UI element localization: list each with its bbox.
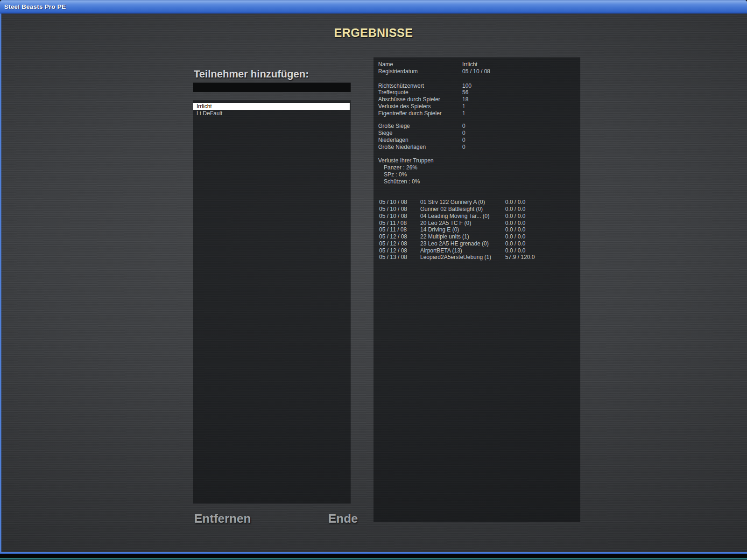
mission-date: 05 / 13 / 08 — [379, 254, 407, 261]
mission-name: Gunner 02 Battlesight (0) — [420, 206, 483, 213]
stat-row: Eigentreffer durch Spieler 1 — [378, 110, 580, 117]
bottom-strip — [0, 554, 747, 560]
mission-row: 05 / 13 / 08 Leopard2A5ersteUebung (1) 5… — [378, 254, 580, 261]
stat-label: Name — [378, 61, 393, 68]
stat-row: Registrierdatum 05 / 10 / 08 — [378, 68, 580, 75]
mission-score: 0.0 / 0.0 — [505, 220, 525, 227]
stat-value: 0 — [462, 144, 465, 151]
stat-row: Große Siege 0 — [378, 123, 580, 130]
missions-table: 05 / 10 / 08 01 Strv 122 Gunnery A (0) 0… — [378, 199, 580, 261]
divider-line — [378, 193, 521, 193]
mission-name: 22 Multiple units (1) — [420, 233, 469, 240]
participant-name-input[interactable] — [193, 83, 351, 92]
mission-row: 05 / 10 / 08 01 Strv 122 Gunnery A (0) 0… — [378, 199, 580, 206]
window-titlebar[interactable]: Steel Beasts Pro PE — [0, 0, 747, 14]
mission-name: Leopard2A5ersteUebung (1) — [420, 254, 491, 261]
mission-name: 20 Leo 2A5 TC F (0) — [420, 220, 471, 227]
mission-row: 05 / 12 / 08 AirportBETA (13) 0.0 / 0.0 — [378, 247, 580, 254]
stat-row: Trefferquote 56 — [378, 89, 580, 96]
stat-value: 0 — [462, 137, 465, 144]
end-button[interactable]: Ende — [328, 511, 358, 526]
record-block: Große Siege 0 Siege 0 Niederlagen 0 Groß… — [378, 123, 580, 150]
stat-value: 100 — [462, 83, 472, 90]
troop-losses-heading: Verluste Ihrer Truppen — [378, 157, 580, 164]
stat-label: Trefferquote — [378, 89, 409, 96]
stat-label: Große Siege — [378, 123, 410, 129]
stat-row: Abschüsse durch Spieler 18 — [378, 96, 580, 103]
mission-date: 05 / 12 / 08 — [379, 247, 407, 254]
stat-label: Registrierdatum — [378, 68, 418, 75]
window-border-left — [0, 14, 1, 552]
identity-block: Name Irrlicht Registrierdatum 05 / 10 / … — [378, 61, 580, 75]
mission-row: 05 / 12 / 08 23 Leo 2A5 HE grenade (0) 0… — [378, 240, 580, 247]
stat-row: Richtschützenwert 100 — [378, 83, 580, 90]
remove-button[interactable]: Entfernen — [194, 511, 251, 526]
mission-score: 57.9 / 120.0 — [505, 254, 535, 261]
stat-row: Name Irrlicht — [378, 61, 580, 68]
window-title-text: Steel Beasts Pro PE — [4, 3, 66, 10]
mission-score: 0.0 / 0.0 — [505, 247, 525, 254]
stat-row: Siege 0 — [378, 130, 580, 137]
loss-item: SPz : 0% — [378, 171, 580, 178]
loss-item: Panzer : 26% — [378, 164, 580, 171]
participant-listbox[interactable]: IrrlichtLt DeFault — [193, 100, 351, 504]
mission-date: 05 / 11 / 08 — [379, 226, 407, 233]
mission-score: 0.0 / 0.0 — [505, 233, 525, 240]
stat-row: Große Niederlagen 0 — [378, 144, 580, 151]
mission-row: 05 / 10 / 08 04 Leading Moving Tar... (0… — [378, 213, 580, 220]
mission-score: 0.0 / 0.0 — [505, 206, 525, 213]
mission-score: 0.0 / 0.0 — [505, 213, 525, 220]
mission-date: 05 / 12 / 08 — [379, 233, 407, 240]
combat-stats-block: Richtschützenwert 100 Trefferquote 56 Ab… — [378, 83, 580, 117]
mission-score: 0.0 / 0.0 — [505, 199, 525, 206]
stat-value: 1 — [462, 103, 465, 110]
stat-value: 56 — [462, 89, 468, 96]
loss-item: Schützen : 0% — [378, 178, 580, 185]
add-participant-heading: Teilnehmer hinzufügen: — [194, 68, 309, 80]
mission-date: 05 / 12 / 08 — [379, 240, 407, 247]
mission-name: AirportBETA (13) — [420, 247, 462, 254]
stat-value: 0 — [462, 123, 465, 130]
stat-value: 0 — [462, 130, 465, 137]
stat-value: 18 — [462, 96, 468, 103]
stats-panel: Name Irrlicht Registrierdatum 05 / 10 / … — [374, 57, 580, 522]
mission-name: 23 Leo 2A5 HE grenade (0) — [420, 240, 489, 247]
mission-name: 14 Driving E (0) — [420, 226, 459, 233]
mission-score: 0.0 / 0.0 — [505, 240, 525, 247]
mission-date: 05 / 10 / 08 — [379, 206, 407, 213]
stat-value: Irrlicht — [462, 61, 478, 68]
stat-label: Niederlagen — [378, 137, 409, 143]
stat-label: Richtschützenwert — [378, 83, 424, 89]
stat-label: Verluste des Spielers — [378, 103, 431, 110]
mission-score: 0.0 / 0.0 — [505, 226, 525, 233]
stat-value: 1 — [462, 110, 465, 117]
participant-list-item[interactable]: Lt DeFault — [193, 110, 351, 117]
mission-row: 05 / 12 / 08 22 Multiple units (1) 0.0 /… — [378, 233, 580, 240]
app-window: Steel Beasts Pro PE ERGEBNISSE Teilnehme… — [0, 0, 747, 560]
mission-date: 05 / 11 / 08 — [379, 220, 407, 227]
mission-row: 05 / 11 / 08 14 Driving E (0) 0.0 / 0.0 — [378, 226, 580, 233]
stat-row: Niederlagen 0 — [378, 137, 580, 144]
participant-list-item[interactable]: Irrlicht — [193, 103, 350, 110]
mission-date: 05 / 10 / 08 — [379, 213, 407, 220]
mission-name: 01 Strv 122 Gunnery A (0) — [420, 199, 485, 206]
stat-row: Verluste des Spielers 1 — [378, 103, 580, 110]
troop-losses-block: Verluste Ihrer Truppen Panzer : 26%SPz :… — [378, 157, 580, 185]
mission-row: 05 / 10 / 08 Gunner 02 Battlesight (0) 0… — [378, 206, 580, 213]
taskbar-edge-line — [0, 558, 747, 560]
mission-name: 04 Leading Moving Tar... (0) — [420, 213, 490, 220]
mission-row: 05 / 11 / 08 20 Leo 2A5 TC F (0) 0.0 / 0… — [378, 220, 580, 227]
stat-label: Eigentreffer durch Spieler — [378, 110, 442, 117]
page-title: ERGEBNISSE — [0, 26, 747, 40]
troop-losses-list: Panzer : 26%SPz : 0%Schützen : 0% — [378, 164, 580, 185]
stat-label: Große Niederlagen — [378, 144, 426, 150]
stat-value: 05 / 10 / 08 — [462, 68, 490, 75]
stat-label: Abschüsse durch Spieler — [378, 96, 440, 103]
mission-date: 05 / 10 / 08 — [379, 199, 407, 206]
stat-label: Siege — [378, 130, 393, 136]
